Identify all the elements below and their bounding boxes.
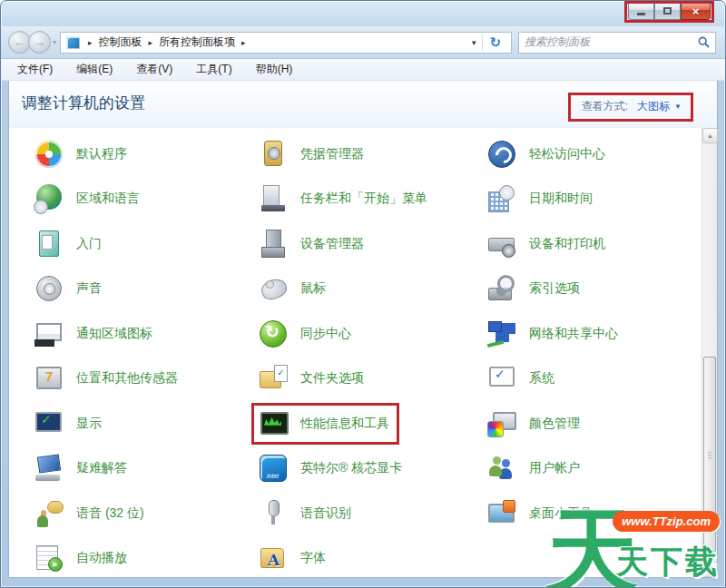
panel-item-intel-graphics[interactable]: 英特尔® 核芯显卡 bbox=[251, 447, 412, 489]
panel-item-label: 鼠标 bbox=[300, 280, 326, 297]
sync-center-icon bbox=[258, 318, 289, 349]
search-icon[interactable] bbox=[698, 36, 710, 48]
scroll-down-button[interactable]: ▼ bbox=[702, 562, 718, 577]
panel-item-label: 声音 bbox=[76, 280, 102, 297]
notification-area-icons-icon bbox=[34, 318, 64, 349]
forward-button[interactable]: → bbox=[28, 31, 51, 54]
recent-pages-icon[interactable]: ▾ bbox=[53, 38, 56, 46]
panel-item-performance-tools[interactable]: 性能信息和工具 bbox=[251, 403, 399, 445]
devices-and-printers-icon bbox=[486, 229, 517, 260]
search-input[interactable]: 搜索控制面板 bbox=[518, 32, 716, 54]
panel-item-label: 桌面小工具 bbox=[529, 505, 593, 522]
items-grid: 默认程序凭据管理器轻松访问中心区域和语言任务栏和「开始」菜单日期和时间入门设备管… bbox=[9, 128, 717, 581]
panel-item-devices-and-printers[interactable]: 设备和打印机 bbox=[480, 223, 615, 265]
control-panel-icon bbox=[66, 36, 80, 49]
panel-item-label: 英特尔® 核芯显卡 bbox=[300, 460, 402, 476]
menu-item[interactable]: 工具(T) bbox=[196, 62, 231, 77]
location-sensors-icon bbox=[34, 363, 64, 394]
panel-item-notification-area-icons[interactable]: 通知区域图标 bbox=[27, 313, 162, 355]
panel-item-device-manager[interactable]: 设备管理器 bbox=[251, 223, 374, 265]
panel-item-label: 字体 bbox=[300, 550, 326, 566]
panel-item-user-accounts[interactable]: 用户帐户 bbox=[480, 447, 590, 489]
panel-item-label: 文件夹选项 bbox=[300, 370, 364, 387]
panel-item-autoplay[interactable]: 自动播放 bbox=[27, 537, 137, 579]
panel-item-label: 设备和打印机 bbox=[529, 236, 605, 252]
scrollbar[interactable]: ▲ ▼ bbox=[701, 128, 717, 577]
panel-item-label: 语音识别 bbox=[300, 505, 351, 522]
panel-item-sound[interactable]: 声音 bbox=[27, 268, 112, 309]
panel-item-troubleshooting[interactable]: 疑难解答 bbox=[27, 447, 137, 489]
panel-item-display[interactable]: 显示 bbox=[27, 403, 112, 445]
crumb-separator-icon[interactable]: ▸ bbox=[142, 38, 160, 47]
panel-item-label: 索引选项 bbox=[529, 280, 580, 297]
intel-graphics-icon bbox=[258, 453, 289, 484]
desktop-gadgets-icon bbox=[486, 498, 517, 529]
network-sharing-center-icon bbox=[486, 318, 517, 349]
menu-item[interactable]: 查看(V) bbox=[136, 62, 172, 77]
panel-item-fonts[interactable]: 字体 bbox=[251, 537, 336, 579]
speech-32bit-icon bbox=[34, 498, 64, 529]
panel-item-folder-options[interactable]: 文件夹选项 bbox=[251, 358, 374, 399]
panel-item-label: 通知区域图标 bbox=[76, 326, 152, 342]
scroll-up-button[interactable]: ▲ bbox=[702, 128, 718, 143]
panel-item-desktop-gadgets[interactable]: 桌面小工具 bbox=[480, 493, 603, 534]
user-accounts-icon bbox=[486, 453, 517, 484]
forward-icon: → bbox=[34, 35, 45, 49]
menu-item[interactable]: 编辑(E) bbox=[76, 62, 113, 77]
view-by-control[interactable]: 查看方式: 大图标 ▼ bbox=[568, 93, 693, 122]
region-and-language-icon bbox=[34, 183, 64, 214]
page-header: 调整计算机的设置 查看方式: 大图标 ▼ bbox=[9, 81, 717, 127]
scrollbar-thumb[interactable] bbox=[703, 357, 716, 552]
panel-item-label: 网络和共享中心 bbox=[529, 326, 618, 342]
panel-item-label: 颜色管理 bbox=[529, 416, 580, 432]
scroll-up-icon: ▲ bbox=[707, 132, 713, 139]
address-dropdown-icon[interactable]: ▾ bbox=[466, 38, 483, 47]
refresh-icon[interactable]: ↻ bbox=[483, 34, 507, 51]
autoplay-icon bbox=[34, 543, 64, 573]
panel-item-credential-manager[interactable]: 凭据管理器 bbox=[251, 133, 374, 175]
panel-item-indexing-options[interactable]: 索引选项 bbox=[480, 268, 590, 309]
speech-recognition-icon bbox=[258, 498, 289, 529]
panel-item-default-programs[interactable]: 默认程序 bbox=[27, 133, 137, 175]
panel-item-network-sharing-center[interactable]: 网络和共享中心 bbox=[480, 313, 628, 355]
panel-item-label: 语音 (32 位) bbox=[76, 505, 144, 522]
panel-item-label: 轻松访问中心 bbox=[529, 146, 605, 162]
panel-item-speech-recognition[interactable]: 语音识别 bbox=[251, 493, 361, 534]
panel-item-color-management[interactable]: 颜色管理 bbox=[480, 403, 590, 445]
panel-item-system[interactable]: 系统 bbox=[480, 358, 564, 399]
menu-item[interactable]: 文件(F) bbox=[17, 62, 53, 77]
panel-item-date-and-time[interactable]: 日期和时间 bbox=[480, 178, 603, 220]
panel-item-label: 区域和语言 bbox=[76, 191, 140, 207]
panel-item-ease-of-access-center[interactable]: 轻松访问中心 bbox=[480, 133, 615, 175]
panel-item-label: 性能信息和工具 bbox=[300, 416, 389, 432]
crumb-separator-icon[interactable]: ▸ bbox=[82, 38, 99, 47]
panel-item-label: 自动播放 bbox=[76, 550, 127, 566]
panel-item-taskbar-start-menu[interactable]: 任务栏和「开始」菜单 bbox=[251, 178, 437, 220]
panel-item-speech-32bit[interactable]: 语音 (32 位) bbox=[27, 493, 154, 534]
panel-item-region-and-language[interactable]: 区域和语言 bbox=[27, 178, 150, 220]
titlebar[interactable]: × bbox=[1, 1, 725, 26]
panel-item-location-sensors[interactable]: 位置和其他传感器 bbox=[27, 358, 188, 399]
default-programs-icon bbox=[34, 139, 64, 170]
display-icon bbox=[34, 408, 64, 439]
breadcrumb: ▸控制面板▸所有控制面板项▸ bbox=[82, 34, 252, 50]
panel-item-getting-started[interactable]: 入门 bbox=[27, 223, 112, 265]
panel-item-label: 系统 bbox=[529, 370, 554, 387]
page-title: 调整计算机的设置 bbox=[22, 93, 145, 113]
menu-bar: 文件(F)编辑(E)查看(V)工具(T)帮助(H) bbox=[1, 59, 725, 81]
panel-item-label: 显示 bbox=[76, 416, 102, 432]
folder-options-icon bbox=[258, 363, 289, 394]
control-panel-window: × ← → ▾ ▸控制面板▸所有控制面板项▸ ▾ ↻ 搜索控制面板 文件(F)编… bbox=[0, 0, 726, 588]
taskbar-start-menu-icon bbox=[258, 183, 289, 214]
view-by-value-link[interactable]: 大图标 bbox=[637, 99, 670, 114]
crumb-separator-icon[interactable]: ▸ bbox=[235, 38, 252, 47]
breadcrumb-segment[interactable]: 控制面板 bbox=[99, 35, 142, 48]
menu-item[interactable]: 帮助(H) bbox=[256, 62, 293, 77]
panel-item-sync-center[interactable]: 同步中心 bbox=[251, 313, 361, 355]
address-bar[interactable]: ▸控制面板▸所有控制面板项▸ ▾ ↻ bbox=[60, 32, 512, 54]
panel-item-mouse[interactable]: 鼠标 bbox=[251, 268, 336, 309]
navigation-toolbar: ← → ▾ ▸控制面板▸所有控制面板项▸ ▾ ↻ 搜索控制面板 bbox=[1, 26, 725, 59]
sound-icon bbox=[34, 273, 64, 304]
breadcrumb-segment[interactable]: 所有控制面板项 bbox=[159, 35, 235, 48]
search-placeholder: 搜索控制面板 bbox=[525, 34, 698, 50]
